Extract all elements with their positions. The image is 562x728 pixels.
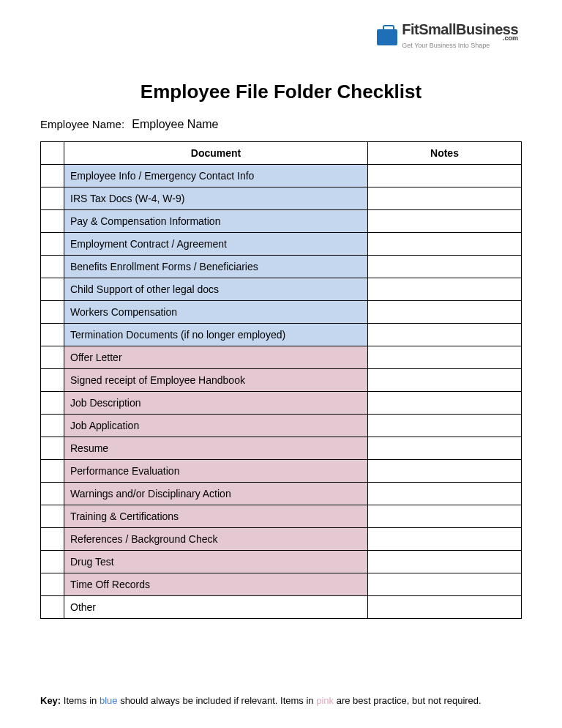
notes-cell[interactable] xyxy=(368,165,522,187)
document-cell: Job Description xyxy=(64,392,368,415)
document-cell: Performance Evaluation xyxy=(64,460,368,483)
header-check xyxy=(41,142,64,165)
header-document: Document xyxy=(64,142,368,165)
notes-cell[interactable] xyxy=(368,551,522,573)
check-cell[interactable] xyxy=(41,210,64,233)
table-row: Job Description xyxy=(41,392,522,415)
table-row: Resume xyxy=(41,437,522,460)
document-cell: Benefits Enrollment Forms / Beneficiarie… xyxy=(64,256,368,278)
notes-cell[interactable] xyxy=(368,392,522,415)
check-cell[interactable] xyxy=(41,369,64,392)
check-cell[interactable] xyxy=(41,551,64,573)
notes-cell[interactable] xyxy=(368,346,522,369)
legend-pink: pink xyxy=(316,695,334,706)
check-cell[interactable] xyxy=(41,165,64,187)
page-title: Employee File Folder Checklist xyxy=(40,81,522,103)
check-cell[interactable] xyxy=(41,256,64,278)
notes-cell[interactable] xyxy=(368,505,522,528)
check-cell[interactable] xyxy=(41,324,64,346)
table-row: Termination Documents (if no longer empl… xyxy=(41,324,522,346)
check-cell[interactable] xyxy=(41,505,64,528)
check-cell[interactable] xyxy=(41,483,64,505)
check-cell[interactable] xyxy=(41,573,64,596)
check-cell[interactable] xyxy=(41,392,64,415)
document-cell: Pay & Compensation Information xyxy=(64,210,368,233)
document-cell: Resume xyxy=(64,437,368,460)
notes-cell[interactable] xyxy=(368,324,522,346)
logo-text: FitSmallBusiness xyxy=(402,21,518,37)
table-row: Training & Certifications xyxy=(41,505,522,528)
table-row: Performance Evaluation xyxy=(41,460,522,483)
document-cell: Job Application xyxy=(64,415,368,437)
document-cell: Training & Certifications xyxy=(64,505,368,528)
checklist-table: Document Notes Employee Info / Emergency… xyxy=(40,141,522,619)
check-cell[interactable] xyxy=(41,346,64,369)
document-cell: Signed receipt of Employee Handbook xyxy=(64,369,368,392)
check-cell[interactable] xyxy=(41,187,64,210)
notes-cell[interactable] xyxy=(368,415,522,437)
notes-cell[interactable] xyxy=(368,301,522,324)
employee-name-label: Employee Name: xyxy=(40,118,124,130)
document-cell: Workers Compensation xyxy=(64,301,368,324)
notes-cell[interactable] xyxy=(368,437,522,460)
table-row: Time Off Records xyxy=(41,573,522,596)
table-row: Job Application xyxy=(41,415,522,437)
document-cell: Offer Letter xyxy=(64,346,368,369)
table-row: IRS Tax Docs (W-4, W-9) xyxy=(41,187,522,210)
notes-cell[interactable] xyxy=(368,278,522,301)
logo-tagline: Get Your Business Into Shape xyxy=(402,42,518,49)
key-legend: Key: Items in blue should always be incl… xyxy=(40,695,522,706)
check-cell[interactable] xyxy=(41,437,64,460)
document-cell: IRS Tax Docs (W-4, W-9) xyxy=(64,187,368,210)
notes-cell[interactable] xyxy=(368,369,522,392)
table-row: Warnings and/or Disciplinary Action xyxy=(41,483,522,505)
notes-cell[interactable] xyxy=(368,233,522,256)
document-cell: Drug Test xyxy=(64,551,368,573)
document-cell: Termination Documents (if no longer empl… xyxy=(64,324,368,346)
notes-cell[interactable] xyxy=(368,528,522,551)
table-row: Child Support of other legal docs xyxy=(41,278,522,301)
legend-blue: blue xyxy=(100,695,118,706)
table-row: Benefits Enrollment Forms / Beneficiarie… xyxy=(41,256,522,278)
document-cell: Child Support of other legal docs xyxy=(64,278,368,301)
document-cell: Employment Contract / Agreement xyxy=(64,233,368,256)
brand-logo: FitSmallBusiness.com Get Your Business I… xyxy=(377,22,518,49)
document-cell: Warnings and/or Disciplinary Action xyxy=(64,483,368,505)
table-row: Other xyxy=(41,596,522,619)
table-row: Employment Contract / Agreement xyxy=(41,233,522,256)
notes-cell[interactable] xyxy=(368,256,522,278)
document-cell: Employee Info / Emergency Contact Info xyxy=(64,165,368,187)
check-cell[interactable] xyxy=(41,278,64,301)
check-cell[interactable] xyxy=(41,528,64,551)
notes-cell[interactable] xyxy=(368,187,522,210)
notes-cell[interactable] xyxy=(368,483,522,505)
notes-cell[interactable] xyxy=(368,210,522,233)
briefcase-icon xyxy=(377,29,397,45)
document-cell: Other xyxy=(64,596,368,619)
check-cell[interactable] xyxy=(41,415,64,437)
check-cell[interactable] xyxy=(41,233,64,256)
table-row: Signed receipt of Employee Handbook xyxy=(41,369,522,392)
notes-cell[interactable] xyxy=(368,460,522,483)
check-cell[interactable] xyxy=(41,460,64,483)
table-row: References / Background Check xyxy=(41,528,522,551)
employee-name-row: Employee Name: Employee Name xyxy=(40,118,522,131)
employee-name-value: Employee Name xyxy=(132,118,218,130)
document-page: FitSmallBusiness.com Get Your Business I… xyxy=(0,0,562,728)
document-cell: References / Background Check xyxy=(64,528,368,551)
table-row: Employee Info / Emergency Contact Info xyxy=(41,165,522,187)
table-row: Offer Letter xyxy=(41,346,522,369)
notes-cell[interactable] xyxy=(368,573,522,596)
header-row: Document Notes xyxy=(41,142,522,165)
table-row: Pay & Compensation Information xyxy=(41,210,522,233)
check-cell[interactable] xyxy=(41,301,64,324)
notes-cell[interactable] xyxy=(368,596,522,619)
table-row: Workers Compensation xyxy=(41,301,522,324)
document-cell: Time Off Records xyxy=(64,573,368,596)
table-row: Drug Test xyxy=(41,551,522,573)
check-cell[interactable] xyxy=(41,596,64,619)
header-notes: Notes xyxy=(368,142,522,165)
